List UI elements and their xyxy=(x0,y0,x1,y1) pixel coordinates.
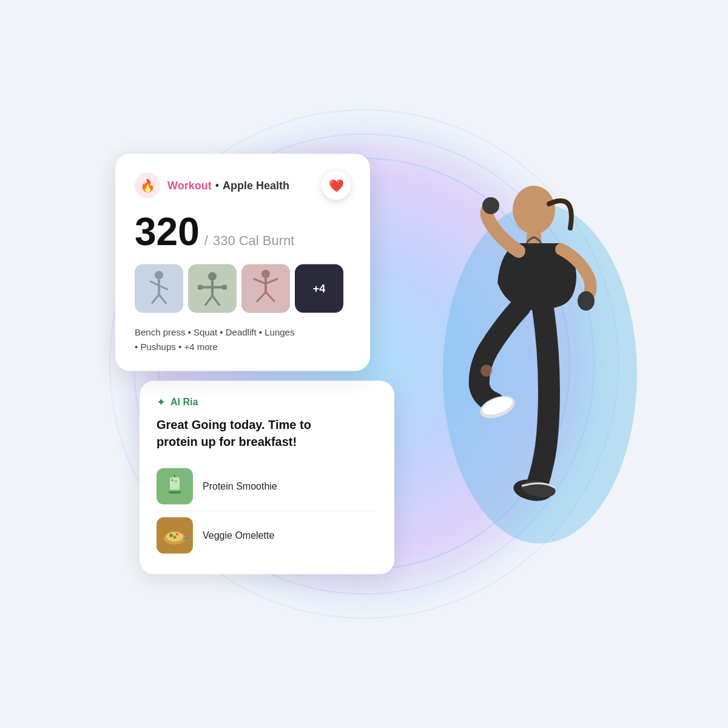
apple-health-label: Apple Health xyxy=(223,179,289,192)
food-thumb-2 xyxy=(157,517,193,554)
svg-point-39 xyxy=(482,197,499,214)
exercises-list: Bench press • Squat • Deadlift • Lunges … xyxy=(135,325,351,354)
athlete-wrapper xyxy=(370,143,649,568)
card-header: 🔥 Workout • Apple Health ❤️ xyxy=(135,171,351,200)
ai-ria-card: ✦ AI Ria Great Going today. Time to prot… xyxy=(140,381,394,575)
svg-point-37 xyxy=(513,186,555,234)
athlete-figure xyxy=(370,143,649,568)
svg-point-1 xyxy=(155,271,163,280)
food-name-1: Protein Smoothie xyxy=(203,481,277,492)
ai-name-label: AI Ria xyxy=(170,397,198,408)
svg-point-40 xyxy=(578,291,595,311)
workout-card: 🔥 Workout • Apple Health ❤️ 320 / 330 C xyxy=(115,154,370,371)
svg-rect-28 xyxy=(169,491,181,494)
food-item-1[interactable]: Protein Smoothie xyxy=(157,462,377,511)
exercises-line-1: Bench press • Squat • Deadlift • Lunges xyxy=(135,325,351,340)
exercise-images-row: +4 xyxy=(135,265,351,313)
svg-point-33 xyxy=(176,533,178,536)
food-item-2[interactable]: Veggie Omelette xyxy=(157,511,377,560)
flame-icon-wrapper: 🔥 xyxy=(135,173,160,198)
food-name-2: Veggie Omelette xyxy=(203,530,274,541)
svg-rect-35 xyxy=(183,538,190,540)
ai-message: Great Going today. Time to protein up fo… xyxy=(157,416,377,450)
calories-section: 320 / 330 Cal Burnt xyxy=(135,212,351,251)
svg-point-34 xyxy=(174,536,177,539)
heart-button[interactable]: ❤️ xyxy=(322,171,351,200)
calories-target: 330 Cal Burnt xyxy=(213,233,295,249)
cards-container: 🔥 Workout • Apple Health ❤️ 320 / 330 C xyxy=(115,154,394,575)
exercises-line-2: • Pushups • +4 more xyxy=(135,340,351,354)
calories-current: 320 xyxy=(135,212,200,251)
svg-rect-25 xyxy=(175,480,177,483)
food-thumb-1 xyxy=(157,468,193,505)
svg-point-16 xyxy=(261,270,270,278)
svg-point-8 xyxy=(208,272,217,281)
header-left: 🔥 Workout • Apple Health xyxy=(135,173,289,198)
workout-label: Workout xyxy=(167,179,212,192)
exercise-thumb-2[interactable] xyxy=(188,265,237,313)
calories-slash: / xyxy=(204,233,208,249)
more-count: +4 xyxy=(313,282,326,295)
label-separator: • xyxy=(215,179,219,192)
main-scene: 🔥 Workout • Apple Health ❤️ 320 / 330 C xyxy=(91,91,637,637)
ai-message-line2: protein up for breakfast! xyxy=(157,433,377,450)
ai-message-line1: Great Going today. Time to xyxy=(157,416,377,433)
exercise-thumb-1[interactable] xyxy=(135,265,183,313)
svg-point-45 xyxy=(480,365,493,377)
sparkle-icon: ✦ xyxy=(157,396,166,409)
svg-rect-12 xyxy=(222,285,227,290)
ai-header: ✦ AI Ria xyxy=(157,396,377,409)
svg-rect-11 xyxy=(198,285,203,290)
heart-icon: ❤️ xyxy=(329,178,344,193)
svg-rect-24 xyxy=(171,479,174,482)
svg-point-32 xyxy=(169,534,173,538)
header-labels: Workout • Apple Health xyxy=(167,179,289,192)
exercise-thumb-more[interactable]: +4 xyxy=(295,265,343,313)
flame-icon: 🔥 xyxy=(140,178,155,193)
exercise-thumb-3[interactable] xyxy=(241,265,290,313)
calories-display: 320 / 330 Cal Burnt xyxy=(135,212,351,251)
